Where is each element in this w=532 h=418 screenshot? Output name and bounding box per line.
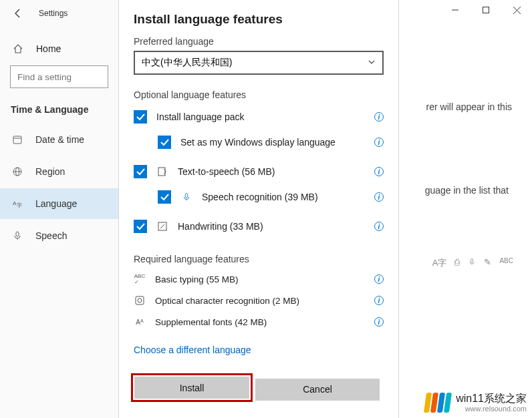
sidebar-item-date-time[interactable]: Date & time bbox=[0, 124, 118, 155]
svg-rect-9 bbox=[483, 7, 489, 13]
tts-icon bbox=[156, 166, 168, 177]
lang-small-icon: A字 bbox=[432, 257, 447, 269]
chevron-down-icon bbox=[368, 57, 376, 68]
nav-label: Speech bbox=[35, 230, 67, 241]
opt-handwriting: Handwriting (33 MB) i bbox=[134, 214, 384, 239]
install-language-dialog: Install language features Preferred lang… bbox=[118, 0, 399, 418]
opt-text-to-speech: Text-to-speech (56 MB) i bbox=[134, 159, 384, 184]
background-text: rer will appear in this bbox=[426, 100, 512, 114]
svg-point-17 bbox=[138, 298, 142, 302]
svg-rect-14 bbox=[185, 194, 188, 198]
install-button-highlight: Install bbox=[131, 373, 253, 402]
opt-display-language: Set as my Windows display language i bbox=[134, 130, 384, 155]
calendar-icon bbox=[11, 134, 23, 146]
back-button[interactable] bbox=[12, 7, 24, 19]
svg-rect-0 bbox=[13, 136, 21, 144]
pen-small-icon: ✎ bbox=[484, 257, 491, 269]
abc-small-icon: ABC bbox=[499, 257, 513, 269]
preferred-language-dropdown[interactable]: 中文(中华人民共和国) bbox=[134, 51, 384, 75]
svg-text:字: 字 bbox=[17, 202, 22, 208]
background-text: guage in the list that bbox=[425, 184, 509, 198]
maximize-button[interactable] bbox=[471, 0, 501, 20]
tts-small-icon: ⎙ bbox=[454, 257, 460, 269]
opt-speech-recognition: Speech recognition (39 MB) i bbox=[134, 184, 384, 210]
window-title: Settings bbox=[39, 9, 68, 18]
nav-label: Region bbox=[35, 166, 65, 177]
nav-label: Language bbox=[35, 198, 77, 209]
watermark-url: www.relsound.com bbox=[456, 405, 527, 413]
install-button[interactable]: Install bbox=[134, 377, 249, 399]
checkbox-install-pack[interactable] bbox=[134, 110, 147, 124]
font-icon: AA bbox=[134, 319, 146, 326]
required-features-heading: Required language features bbox=[134, 254, 384, 264]
req-basic-typing: ABC✓ Basic typing (55 MB) i bbox=[134, 268, 384, 290]
optional-features-heading: Optional language features bbox=[134, 89, 384, 100]
sidebar-item-speech[interactable]: Speech bbox=[0, 220, 118, 251]
sidebar-item-region[interactable]: Region bbox=[0, 156, 118, 187]
lang-feature-icons: A字 ⎙ ✎ ABC bbox=[432, 257, 513, 269]
watermark: win11系统之家 www.relsound.com bbox=[425, 393, 527, 413]
info-icon[interactable]: i bbox=[374, 167, 384, 176]
search-input[interactable] bbox=[17, 72, 101, 82]
mic-icon bbox=[180, 192, 192, 202]
info-icon[interactable]: i bbox=[374, 317, 384, 327]
nav-label: Date & time bbox=[35, 134, 84, 145]
req-fonts: AA Supplemental fonts (42 MB) i bbox=[134, 311, 384, 333]
home-label: Home bbox=[36, 43, 61, 54]
checkbox-speech-rec[interactable] bbox=[158, 190, 171, 204]
minimize-button[interactable] bbox=[440, 0, 471, 20]
info-icon[interactable]: i bbox=[374, 112, 384, 122]
choose-different-language-link[interactable]: Choose a different language bbox=[134, 345, 384, 355]
sidebar-item-language[interactable]: A字 Language bbox=[0, 188, 118, 219]
globe-icon bbox=[11, 166, 23, 178]
watermark-title: win11系统之家 bbox=[456, 393, 527, 405]
cancel-button[interactable]: Cancel bbox=[255, 379, 380, 401]
mic-icon bbox=[11, 230, 23, 242]
close-button[interactable] bbox=[501, 0, 532, 20]
mic-small-icon bbox=[468, 257, 476, 269]
preferred-language-label: Preferred language bbox=[134, 36, 384, 47]
checkbox-display-language[interactable] bbox=[158, 136, 171, 149]
abc-icon: ABC✓ bbox=[134, 273, 146, 285]
svg-rect-16 bbox=[136, 296, 144, 304]
info-icon[interactable]: i bbox=[374, 274, 384, 284]
watermark-logo bbox=[424, 393, 452, 413]
search-box[interactable] bbox=[10, 65, 108, 88]
svg-rect-7 bbox=[16, 232, 19, 236]
info-icon[interactable]: i bbox=[374, 138, 384, 147]
req-ocr: Optical character recognition (2 MB) i bbox=[134, 290, 384, 311]
sidebar: Settings Home Time & Language Date & tim… bbox=[0, 0, 118, 418]
checkbox-tts[interactable] bbox=[134, 165, 147, 178]
info-icon[interactable]: i bbox=[374, 222, 384, 231]
ocr-icon bbox=[134, 295, 146, 306]
pen-icon bbox=[156, 221, 168, 232]
dropdown-value: 中文(中华人民共和国) bbox=[142, 57, 232, 69]
info-icon[interactable]: i bbox=[374, 296, 384, 305]
opt-install-language-pack: Install language pack i bbox=[134, 104, 384, 130]
info-icon[interactable]: i bbox=[374, 192, 384, 202]
language-icon: A字 bbox=[11, 198, 23, 210]
sidebar-item-home[interactable]: Home bbox=[0, 33, 118, 64]
home-icon bbox=[12, 43, 24, 55]
svg-rect-12 bbox=[471, 259, 473, 262]
dialog-title: Install language features bbox=[134, 12, 384, 27]
checkbox-handwriting[interactable] bbox=[134, 220, 147, 233]
category-header: Time & Language bbox=[0, 88, 118, 123]
